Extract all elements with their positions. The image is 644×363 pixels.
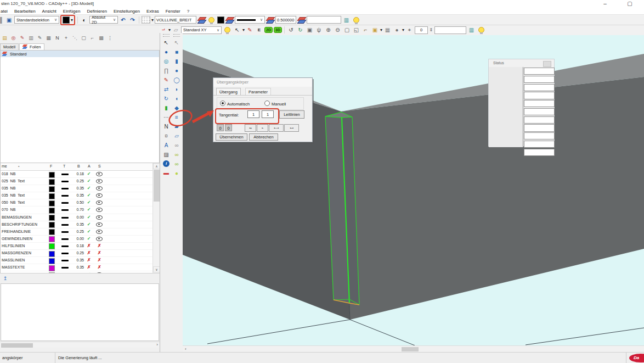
hidden-x-icon[interactable]: ✗	[96, 265, 103, 270]
scroll-thumb[interactable]	[402, 347, 419, 351]
layer-linetype[interactable]	[61, 181, 69, 182]
hatch-tool-icon[interactable]: ▨	[162, 150, 171, 159]
scroll-down-icon[interactable]: ∨	[153, 266, 160, 272]
table-row[interactable]: BEMASSUNGEN0.00✓	[1, 214, 160, 221]
hidden-x-icon[interactable]: ✗	[96, 258, 103, 263]
caret-down-icon[interactable]: ▾	[380, 27, 382, 32]
crosshair-icon[interactable]: +	[62, 34, 70, 42]
col-b[interactable]: B	[77, 164, 80, 168]
rotate-swirl-icon[interactable]: ↻	[162, 94, 171, 103]
layer-color-swatch[interactable]	[49, 236, 55, 242]
spinner-arrows-icon[interactable]: ⇕	[429, 26, 433, 34]
mode-2d-button[interactable]: 2D	[264, 27, 273, 33]
transform-arrows-icon[interactable]: ⇄	[162, 85, 171, 94]
menu-item-0[interactable]: atei	[0, 9, 11, 14]
inactive-x-icon[interactable]: ✗	[86, 243, 92, 248]
table-row[interactable]: BESCHRIFTUNGEN0.35✓	[1, 221, 160, 228]
active-check-icon[interactable]: ✓	[86, 193, 92, 198]
paint-bucket-icon[interactable]: ▥	[467, 26, 476, 34]
info-icon[interactable]: i	[163, 160, 170, 167]
col-name[interactable]: me	[2, 164, 7, 168]
grid-pattern-icon[interactable]	[142, 16, 150, 24]
tab-folien[interactable]: Folien	[19, 43, 44, 50]
layer-color-swatch[interactable]	[49, 200, 55, 206]
scroll-left-icon[interactable]: ‹	[185, 347, 187, 351]
layer-color-swatch[interactable]	[49, 208, 55, 214]
active-check-icon[interactable]: ✓	[86, 236, 92, 241]
cylinder-green-icon[interactable]: ▮	[162, 104, 171, 113]
menu-item-8[interactable]: ?	[184, 9, 193, 14]
polyline-select-icon[interactable]: N	[162, 122, 171, 131]
paint-bucket-icon[interactable]: ▥	[342, 16, 351, 24]
radio-automatisch[interactable]: Automatisch	[220, 100, 250, 107]
layer-color-swatch[interactable]	[49, 265, 55, 271]
drag-handle[interactable]	[163, 34, 170, 37]
zoom-in-icon[interactable]: ⊕	[324, 26, 332, 34]
extrude-solid-icon[interactable]: ▰	[172, 122, 181, 131]
line-style-dropdown[interactable]: ∨	[235, 16, 265, 24]
active-check-icon[interactable]: ✓	[86, 200, 92, 205]
layer-color-swatch[interactable]	[49, 172, 55, 178]
layer-color-swatch[interactable]	[49, 251, 55, 257]
inactive-x-icon[interactable]: ✗	[86, 265, 92, 270]
zoom-window-icon[interactable]: ▣	[306, 26, 314, 34]
select-arrow-icon[interactable]: ↖	[162, 38, 171, 47]
layer-linetype[interactable]	[61, 253, 69, 254]
edit-e-icon[interactable]: E	[255, 26, 263, 34]
extra-input-2[interactable]	[434, 26, 466, 34]
table-row[interactable]: MASSTEXTE0.35✗✗	[1, 264, 160, 271]
zoom-fit-icon[interactable]: ▢	[343, 26, 351, 34]
drag-handle[interactable]	[173, 34, 180, 37]
layer-color-swatch[interactable]	[49, 179, 55, 185]
redo-icon[interactable]: ↷	[128, 16, 137, 24]
eye-icon[interactable]	[96, 230, 103, 234]
table-row[interactable]: MASSLINIEN0.35✗✗	[1, 257, 160, 264]
layer-linetype[interactable]	[61, 174, 69, 175]
scroll-thumb[interactable]	[154, 170, 160, 202]
tab-modell[interactable]: Modell	[0, 43, 19, 50]
layer-color-swatch[interactable]	[49, 186, 55, 192]
layers-icon[interactable]	[197, 16, 206, 24]
menu-item-6[interactable]: Extras	[143, 9, 162, 14]
hidden-x-icon[interactable]: ✗	[96, 250, 103, 255]
scroll-up-icon[interactable]: ∧	[153, 163, 160, 169]
text-tool-icon[interactable]: A	[162, 141, 171, 150]
shaded-cube-icon[interactable]: ▣	[371, 26, 379, 34]
maximize-button[interactable]: ▢	[622, 0, 638, 8]
sphere-solid-icon[interactable]: ●	[172, 66, 181, 75]
layers-icon[interactable]	[297, 16, 306, 24]
active-check-icon[interactable]: ✓	[86, 222, 92, 227]
col-t[interactable]: T	[63, 164, 65, 168]
sphere-view-icon[interactable]: ●	[162, 48, 171, 57]
boolean-union-icon[interactable]: ∞	[172, 141, 181, 150]
cube-outline-icon[interactable]: ▢	[80, 34, 88, 42]
menu-item-2[interactable]: Ansicht	[39, 9, 60, 14]
eye-icon[interactable]	[96, 186, 103, 191]
inactive-x-icon[interactable]: ✗	[86, 250, 92, 255]
torus-solid-icon[interactable]: ◯	[172, 76, 181, 85]
workplane-dropdown[interactable]: Standard XY ∨	[181, 26, 222, 34]
layer-color-swatch[interactable]	[49, 193, 55, 199]
clamp-icon[interactable]: ⌐	[88, 34, 97, 42]
menu-item-4[interactable]: Definieren	[83, 9, 110, 14]
box-solid-icon[interactable]: ■	[172, 48, 181, 57]
table-row[interactable]: 018_NB0.18✓	[1, 171, 160, 178]
active-check-icon[interactable]: ✓	[86, 207, 92, 212]
render-sphere-icon[interactable]: ●	[393, 26, 401, 34]
table-icon[interactable]: ▦	[44, 34, 53, 42]
construction-dots-icon[interactable]: ⋯	[162, 113, 171, 122]
bulb-icon[interactable]	[208, 17, 214, 23]
col-s[interactable]: S	[98, 164, 101, 168]
coil-solid-icon[interactable]: ≡	[172, 113, 181, 122]
eye-icon[interactable]	[96, 200, 103, 205]
viewport-hscrollbar[interactable]: ‹	[183, 345, 644, 352]
table-row[interactable]: 050_NB_Text0.50✓	[1, 199, 160, 206]
eye-icon[interactable]	[96, 215, 103, 220]
polyline-icon[interactable]: N	[53, 34, 61, 42]
layer-color-swatch[interactable]	[49, 243, 55, 249]
point-mode-button-1[interactable]: •-	[257, 124, 268, 132]
scroll-thumb[interactable]	[1, 343, 33, 348]
dome-solid-icon[interactable]: ◗	[172, 85, 181, 94]
table-row[interactable]: GEWINDELINIEN0.00✓	[1, 236, 160, 243]
eye-icon[interactable]	[96, 208, 103, 212]
